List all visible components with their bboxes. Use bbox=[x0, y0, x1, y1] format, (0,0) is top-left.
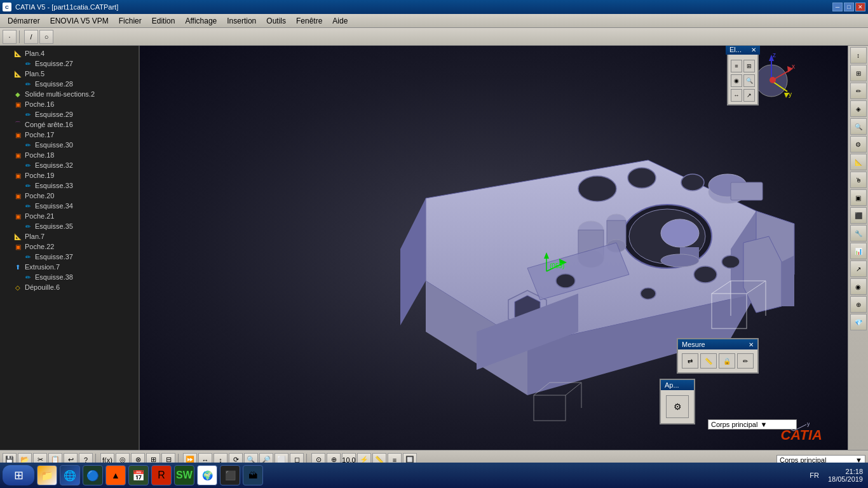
ap-panel[interactable]: Ap... ⚙ bbox=[660, 379, 695, 424]
svg-text:y: y bbox=[789, 91, 792, 98]
rt-btn-4[interactable]: ◈ bbox=[850, 100, 867, 117]
el-btn-3[interactable]: ◉ bbox=[731, 74, 742, 87]
el-btn-4[interactable]: 🔍 bbox=[743, 74, 755, 87]
ap-panel-titlebar: Ap... bbox=[661, 380, 694, 390]
tree-item-poche17[interactable]: ▣ Poche.17 bbox=[0, 130, 139, 140]
mesure-btn-lock[interactable]: 🔒 bbox=[719, 353, 735, 369]
body-selector[interactable]: Corps principal ▼ bbox=[708, 419, 797, 430]
el-btn-5[interactable]: ↔ bbox=[731, 89, 742, 102]
rt-btn-1[interactable]: ↕ bbox=[850, 47, 867, 64]
rt-btn-14[interactable]: ◉ bbox=[850, 278, 867, 295]
toolbar-line[interactable]: / bbox=[24, 30, 38, 44]
taskbar-date: 18/05/2019 bbox=[828, 475, 863, 483]
tree-item-esc35[interactable]: ✏ Esquisse.35 bbox=[0, 221, 139, 231]
mesure-btn-measure[interactable]: 📏 bbox=[700, 353, 717, 369]
feature-tree: 📐 Plan.4 ✏ Esquisse.27 📐 Plan.5 ✏ Esquis… bbox=[0, 46, 140, 450]
tree-item-plan4[interactable]: 📐 Plan.4 bbox=[0, 48, 139, 58]
title-area: C CATIA V5 - [part11catia.CATPart] bbox=[3, 3, 118, 11]
el-panel-close[interactable]: ✕ bbox=[751, 46, 756, 53]
mesure-panel[interactable]: Mesure ✕ ⇄ 📏 🔒 ✏ bbox=[677, 338, 759, 374]
rt-btn-11[interactable]: 🔧 bbox=[850, 225, 867, 241]
taskbar-app8[interactable]: 🏔 bbox=[243, 465, 263, 485]
tree-item-poche19[interactable]: ▣ Poche.19 bbox=[0, 170, 139, 180]
mesure-panel-close[interactable]: ✕ bbox=[749, 341, 754, 348]
toolbar-dot[interactable]: · bbox=[3, 30, 17, 44]
tree-item-poche21[interactable]: ▣ Poche.21 bbox=[0, 211, 139, 221]
menu-insertion[interactable]: Insertion bbox=[222, 14, 261, 27]
menu-demarrer[interactable]: Démarrer bbox=[3, 14, 45, 27]
svg-point-60 bbox=[770, 77, 776, 83]
taskbar-app5[interactable]: R bbox=[151, 465, 172, 485]
tree-item-esc29[interactable]: ✏ Esquisse.29 bbox=[0, 109, 139, 119]
menu-aide[interactable]: Aide bbox=[327, 14, 353, 27]
tree-item-conge16[interactable]: ⌒ Congé arête.16 bbox=[0, 119, 139, 130]
svg-text:x: x bbox=[792, 63, 795, 70]
main-area: 📐 Plan.4 ✏ Esquisse.27 📐 Plan.5 ✏ Esquis… bbox=[0, 46, 868, 450]
menu-enovia[interactable]: ENOVIA V5 VPM bbox=[45, 14, 114, 27]
tree-item-plan5[interactable]: 📐 Plan.5 bbox=[0, 69, 139, 79]
svg-point-12 bbox=[578, 176, 616, 201]
tree-label: Esquisse.35 bbox=[35, 222, 73, 230]
tree-item-depouille6[interactable]: ◇ Dépouille.6 bbox=[0, 282, 139, 292]
el-btn-1[interactable]: ≡ bbox=[731, 60, 742, 72]
ap-main-btn[interactable]: ⚙ bbox=[666, 395, 689, 418]
menu-fichier[interactable]: Fichier bbox=[114, 14, 147, 27]
3d-viewport[interactable]: (059) bbox=[140, 46, 848, 450]
menu-edition[interactable]: Edition bbox=[147, 14, 180, 27]
mesure-panel-titlebar: Mesure ✕ bbox=[678, 339, 757, 349]
taskbar-app3[interactable]: 🔵 bbox=[83, 465, 103, 485]
tree-item-solid-multi[interactable]: ◆ Solide multi-sections.2 bbox=[0, 89, 139, 99]
mesure-btn-pen[interactable]: ✏ bbox=[737, 353, 754, 369]
tree-item-plan7[interactable]: 📐 Plan.7 bbox=[0, 231, 139, 241]
tree-item-poche20[interactable]: ▣ Poche.20 bbox=[0, 191, 139, 201]
taskbar-app6[interactable]: SW bbox=[174, 465, 194, 485]
menu-fenetre[interactable]: Fenêtre bbox=[291, 14, 327, 27]
rt-btn-8[interactable]: 🖱 bbox=[850, 172, 867, 188]
menu-affichage[interactable]: Affichage bbox=[180, 14, 222, 27]
rt-btn-6[interactable]: ⚙ bbox=[850, 136, 867, 152]
tree-item-esc34[interactable]: ✏ Esquisse.34 bbox=[0, 201, 139, 211]
tree-item-esc32[interactable]: ✏ Esquisse.32 bbox=[0, 160, 139, 170]
tree-item-esc30[interactable]: ✏ Esquisse.30 bbox=[0, 140, 139, 150]
svg-line-47 bbox=[566, 383, 581, 395]
taskbar-app4[interactable]: ▲ bbox=[105, 465, 126, 485]
mesure-btn-exchange[interactable]: ⇄ bbox=[682, 353, 698, 369]
menu-outils[interactable]: Outils bbox=[261, 14, 291, 27]
el-btn-6[interactable]: ↗ bbox=[743, 89, 755, 102]
sketch-icon: ✏ bbox=[23, 110, 33, 119]
el-btn-2[interactable]: ⊞ bbox=[743, 60, 755, 72]
window-controls[interactable]: ─ □ ✕ bbox=[832, 3, 865, 11]
minimize-button[interactable]: ─ bbox=[832, 3, 843, 11]
svg-point-9 bbox=[661, 219, 699, 247]
maximize-button[interactable]: □ bbox=[844, 3, 854, 11]
close-button[interactable]: ✕ bbox=[855, 3, 865, 11]
rt-btn-5[interactable]: 🔍 bbox=[850, 118, 867, 135]
rt-btn-16[interactable]: 💎 bbox=[850, 314, 867, 330]
taskbar-app7[interactable]: ⬛ bbox=[220, 465, 240, 485]
tree-item-esc27[interactable]: ✏ Esquisse.27 bbox=[0, 58, 139, 69]
rt-btn-15[interactable]: ⊕ bbox=[850, 296, 867, 313]
rt-btn-9[interactable]: ▣ bbox=[850, 189, 867, 206]
body-selector-arrow[interactable]: ▼ bbox=[760, 421, 767, 428]
taskbar-explorer[interactable]: 📁 bbox=[37, 465, 57, 485]
tree-item-poche22[interactable]: ▣ Poche.22 bbox=[0, 241, 139, 252]
taskbar-chrome[interactable]: 🌍 bbox=[197, 465, 217, 485]
rt-btn-3[interactable]: ✏ bbox=[850, 83, 867, 99]
tree-item-esc37[interactable]: ✏ Esquisse.37 bbox=[0, 252, 139, 262]
rt-btn-13[interactable]: ↗ bbox=[850, 261, 867, 277]
el-panel[interactable]: El... ✕ ≡ ⊞ ◉ 🔍 ↔ ↗ bbox=[727, 46, 759, 105]
tree-item-esc38[interactable]: ✏ Esquisse.38 bbox=[0, 272, 139, 282]
tree-item-esc33[interactable]: ✏ Esquisse.33 bbox=[0, 180, 139, 191]
rt-btn-2[interactable]: ⊞ bbox=[850, 65, 867, 81]
taskbar-calendar[interactable]: 📅 bbox=[128, 465, 149, 485]
tree-item-esc28[interactable]: ✏ Esquisse.28 bbox=[0, 79, 139, 89]
rt-btn-7[interactable]: 📐 bbox=[850, 154, 867, 170]
toolbar-circle[interactable]: ○ bbox=[39, 30, 53, 44]
tree-item-poche18[interactable]: ▣ Poche.18 bbox=[0, 150, 139, 160]
tree-item-extrusion7[interactable]: ⬆ Extrusion.7 bbox=[0, 262, 139, 272]
start-button[interactable]: ⊞ bbox=[3, 465, 34, 485]
rt-btn-12[interactable]: 📊 bbox=[850, 243, 867, 259]
tree-item-poche16[interactable]: ▣ Poche.16 bbox=[0, 99, 139, 109]
rt-btn-10[interactable]: ⬛ bbox=[850, 207, 867, 224]
taskbar-firefox[interactable]: 🌐 bbox=[60, 465, 80, 485]
